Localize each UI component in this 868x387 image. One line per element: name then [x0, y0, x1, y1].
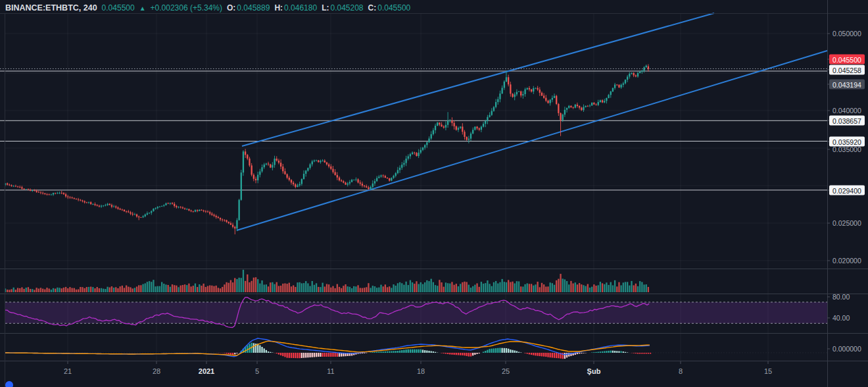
time-axis-label: Şub [587, 367, 601, 375]
price-axis-badge: 0.038657 [829, 116, 865, 126]
axis-ticks [0, 0, 868, 387]
time-axis-label: 15 [764, 367, 772, 375]
price-axis-label: 0.000000 [832, 345, 861, 353]
price-axis-label: 0.035000 [832, 145, 861, 153]
price-axis-label: 0.025000 [832, 219, 861, 227]
volume-bars [5, 270, 649, 292]
price-axis-label: 80.00 [832, 293, 850, 301]
price-axis-badge: 0.029400 [829, 186, 865, 195]
time-axis-label: 2021 [199, 367, 214, 375]
rsi-band [5, 302, 827, 323]
price-axis-badge: 0.043194 [829, 80, 865, 90]
chart-window: BINANCE:ETHBTC, 240 0.045500 ▲ +0.002306… [0, 0, 868, 387]
time-axis-label: 8 [679, 367, 683, 375]
macd-plot [5, 338, 827, 359]
price-axis[interactable]: 0.0500000.0455000.0452580.0431940.040000… [827, 0, 868, 387]
time-axis-label: 28 [153, 367, 160, 375]
candlesticks [5, 64, 649, 234]
channel-lower-line[interactable] [237, 51, 827, 230]
tradingview-logo-icon[interactable] [5, 381, 13, 387]
time-axis-label: 11 [327, 367, 334, 375]
price-axis-label: 40.00 [832, 314, 850, 322]
price-axis-label: 0.040000 [832, 107, 861, 115]
price-axis-label: 0.020000 [832, 257, 861, 265]
price-axis-badge: 0.045258 [829, 65, 865, 75]
chart-canvas[interactable] [0, 0, 868, 387]
time-axis[interactable]: 212820215111825Şub815 [0, 361, 827, 387]
time-axis-label: 5 [255, 367, 259, 375]
drawing-tools[interactable] [0, 13, 827, 230]
time-axis-label: 25 [502, 367, 510, 375]
price-axis-badge: 0.045500 [829, 55, 865, 64]
channel-upper-line[interactable] [242, 13, 714, 146]
price-axis-label: 0.050000 [832, 30, 861, 38]
time-axis-label: 21 [64, 367, 72, 375]
time-axis-label: 18 [417, 367, 425, 375]
